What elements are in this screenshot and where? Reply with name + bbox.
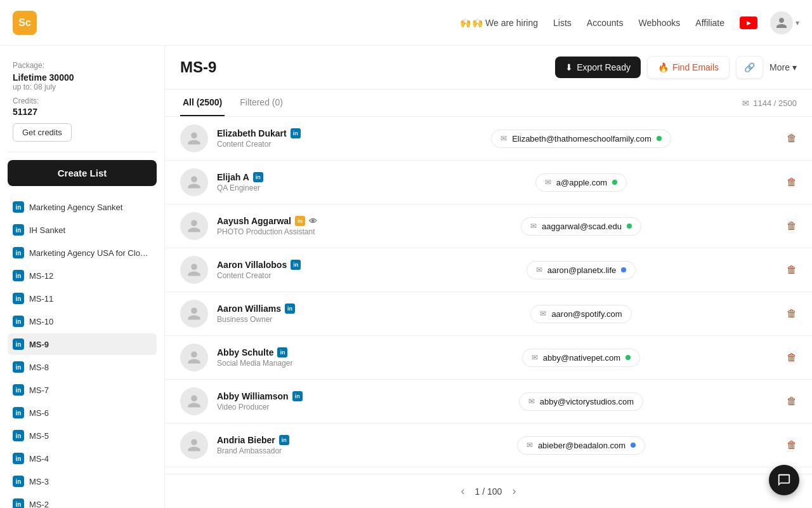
page-title: MS-9 (180, 58, 216, 76)
email-icon-1: ✉ (545, 178, 551, 187)
sidebar-item-8[interactable]: in MS-7 (8, 379, 157, 401)
email-status-dot (657, 136, 662, 141)
in-icon-0: in (13, 201, 24, 213)
email-chip-0[interactable]: ✉ Elizabeth@thathomeschoolfamily.com (491, 130, 671, 148)
more-button[interactable]: More ▾ (769, 62, 797, 72)
prev-page-button[interactable]: ‹ (461, 485, 465, 498)
in-icon-3: in (13, 270, 24, 281)
sidebar-item-3[interactable]: in MS-12 (8, 265, 157, 286)
contact-info-0: Elizabeth Dukart in Content Creator (217, 128, 376, 149)
email-address-5: abby@nativepet.com (543, 353, 620, 363)
email-chip-3[interactable]: ✉ aaron@planetx.life (527, 261, 636, 279)
delete-button-0[interactable]: 🗑 (787, 133, 797, 144)
email-icon: ✉ (742, 98, 749, 108)
delete-button-1[interactable]: 🗑 (787, 177, 797, 188)
email-address-3: aaron@planetx.life (547, 265, 617, 275)
nav-lists[interactable]: Lists (553, 18, 572, 28)
export-button[interactable]: ⬇ Export Ready (555, 57, 641, 78)
sidebar-item-5[interactable]: in MS-10 (8, 311, 157, 332)
sidebar-item-10[interactable]: in MS-5 (8, 425, 157, 446)
user-avatar[interactable] (770, 11, 793, 34)
contacts-table: Elizabeth Dukart in Content Creator ✉ El… (165, 117, 812, 474)
email-icon-4: ✉ (540, 309, 546, 318)
sidebar-item-12[interactable]: in MS-3 (8, 471, 157, 492)
next-page-button[interactable]: › (512, 485, 516, 498)
sidebar: Package: Lifetime 30000 up to: 08 july C… (0, 46, 165, 508)
delete-button-2[interactable]: 🗑 (787, 220, 797, 232)
email-area-4: ✉ aaron@spotify.com (376, 305, 787, 323)
contact-title-1: QA Engineer (217, 184, 376, 192)
nav-webhooks[interactable]: Webhooks (638, 18, 680, 28)
email-chip-2[interactable]: ✉ aaggarwal@scad.edu (521, 217, 641, 236)
contact-name-6: Abby Williamson in (217, 391, 376, 401)
sidebar-item-13[interactable]: in MS-2 (8, 493, 157, 508)
delete-button-3[interactable]: 🗑 (787, 264, 797, 276)
in-icon-2: in (13, 247, 24, 258)
sidebar-item-6[interactable]: in MS-9 (8, 333, 157, 355)
sidebar-item-label-13: MS-2 (29, 500, 49, 509)
delete-button-4[interactable]: 🗑 (787, 308, 797, 319)
get-credits-button[interactable]: Get credits (13, 123, 72, 142)
nav-accounts[interactable]: Accounts (587, 18, 624, 28)
user-chevron[interactable]: ▾ (796, 18, 799, 27)
sidebar-item-label-1: IH Sanket (29, 225, 65, 235)
sidebar-item-9[interactable]: in MS-6 (8, 402, 157, 424)
credits-label: Credits: (13, 97, 152, 105)
delete-button-7[interactable]: 🗑 (787, 439, 797, 451)
linkedin-icon-1: in (253, 172, 263, 182)
contact-info-4: Aaron Williams in Business Owner (217, 304, 376, 324)
email-chip-5[interactable]: ✉ abby@nativepet.com (522, 349, 640, 367)
link-button[interactable]: 🔗 (736, 56, 763, 79)
linkedin-icon-6: in (292, 391, 303, 401)
avatar-4 (180, 300, 208, 328)
package-label: Package: (13, 61, 152, 70)
email-icon-2: ✉ (530, 222, 537, 231)
contact-title-4: Business Owner (217, 315, 376, 324)
contact-title-5: Social Media Manager (217, 359, 376, 368)
topbar-nav: 🙌 🙌 We are hiring Lists Accounts Webhook… (460, 17, 757, 29)
sidebar-item-1[interactable]: in IH Sanket (8, 219, 157, 241)
avatar-7 (180, 431, 208, 459)
email-chip-6[interactable]: ✉ abby@victorystudios.com (519, 392, 643, 411)
table-row: Abby Williamson in Video Producer ✉ abby… (165, 380, 812, 424)
email-address-2: aaggarwal@scad.edu (542, 222, 622, 231)
tab-all[interactable]: All (2500) (180, 90, 225, 116)
sidebar-item-7[interactable]: in MS-8 (8, 356, 157, 378)
contact-title-2: PHOTO Production Assistant (217, 227, 376, 236)
create-list-button[interactable]: Create List (8, 160, 157, 186)
orange-badge-2: in (295, 216, 305, 226)
avatar-2 (180, 212, 208, 240)
find-emails-button[interactable]: 🔥 Find Emails (647, 56, 730, 79)
contact-name-0: Elizabeth Dukart in (217, 128, 376, 138)
delete-button-6[interactable]: 🗑 (787, 396, 797, 407)
youtube-icon[interactable] (740, 17, 757, 29)
chat-button[interactable] (769, 465, 799, 495)
email-status-dot (612, 180, 617, 185)
sidebar-item-4[interactable]: in MS-11 (8, 288, 157, 309)
tab-filtered[interactable]: Filtered (0) (237, 90, 285, 116)
delete-button-5[interactable]: 🗑 (787, 352, 797, 363)
email-chip-1[interactable]: ✉ a@apple.com (535, 173, 627, 192)
email-chip-4[interactable]: ✉ aaron@spotify.com (530, 305, 631, 323)
avatar-6 (180, 387, 208, 415)
table-row: Aayush Aggarwal in👁 PHOTO Production Ass… (165, 204, 812, 248)
nav-affiliate[interactable]: Affiliate (695, 18, 724, 28)
contact-info-3: Aaron Villalobos in Content Creator (217, 260, 376, 280)
email-area-5: ✉ abby@nativepet.com (376, 349, 787, 367)
table-row: Alyssa Botelho in ✉ abotelho@fairhaven-m… (165, 467, 812, 474)
package-name: Lifetime 30000 (13, 72, 152, 83)
sidebar-item-2[interactable]: in Marketing Agency USA for Closely (8, 242, 157, 264)
contact-name-7: Andria Bieber in (217, 435, 376, 445)
more-chevron: ▾ (792, 62, 797, 72)
sidebar-item-11[interactable]: in MS-4 (8, 448, 157, 469)
fire-icon: 🔥 (658, 62, 669, 72)
package-sub: up to: 08 july (13, 83, 152, 91)
contact-name-1: Elijah A in (217, 172, 376, 182)
pagination: ‹ 1 / 100 › (165, 474, 812, 508)
sidebar-item-0[interactable]: in Marketing Agency Sanket (8, 196, 157, 218)
avatar-0 (180, 124, 208, 152)
table-row: Andria Bieber in Brand Ambassador ✉ abie… (165, 424, 812, 467)
contact-title-0: Content Creator (217, 140, 376, 149)
email-chip-7[interactable]: ✉ abieber@beadalon.com (517, 436, 645, 455)
app-logo[interactable]: Sc (13, 11, 37, 35)
